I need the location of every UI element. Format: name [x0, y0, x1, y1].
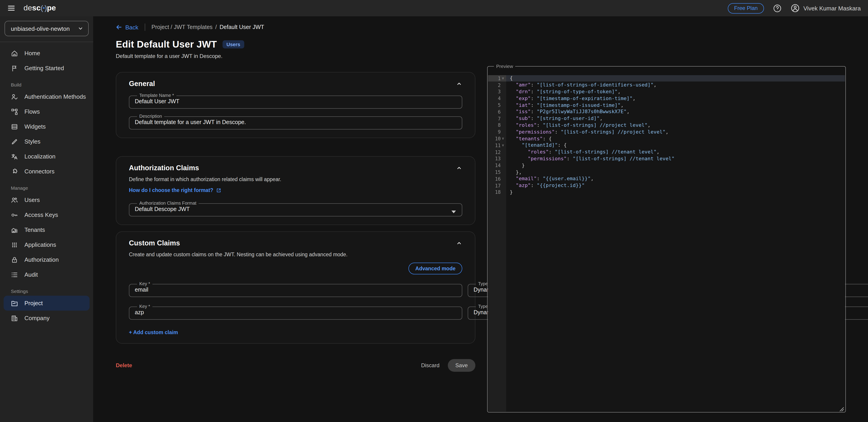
code-line: 11∨ "[tenantId]": { — [488, 142, 845, 149]
line-number: 6 — [488, 109, 501, 115]
chevron-up-icon[interactable] — [456, 165, 462, 171]
divider — [145, 24, 145, 31]
folder-icon — [11, 300, 18, 307]
help-icon[interactable] — [773, 4, 782, 12]
sidebar-item-access-keys[interactable]: Access Keys — [4, 207, 90, 222]
claims-format-label: Authorization Claims Format — [137, 201, 198, 205]
menu-icon[interactable] — [7, 4, 16, 12]
sidebar-item-users[interactable]: Users — [4, 192, 90, 207]
sidebar-item-label: Tenants — [24, 226, 45, 233]
chevron-down-icon — [78, 25, 84, 32]
lock-icon — [11, 256, 18, 263]
description-field[interactable]: Description Default template for a user … — [129, 114, 462, 130]
code-line: 9 "permissions": "[list-of-strings] //pr… — [488, 129, 845, 135]
descope-o-icon: (*) — [41, 4, 47, 12]
logo-text: de — [24, 4, 32, 13]
topbar-right: Free Plan Vivek Kumar Maskara — [728, 3, 861, 13]
sidebar-item-label: Connectors — [24, 168, 55, 175]
back-button[interactable]: Back — [116, 24, 138, 31]
chevron-up-icon[interactable] — [456, 240, 462, 246]
line-number: 16 — [488, 176, 501, 181]
code-line: 16 "email": "{{user.email}}", — [488, 175, 845, 182]
fold-chevron-icon[interactable]: ∨ — [501, 144, 505, 147]
line-number: 10 — [488, 136, 501, 141]
sidebar-item-localization[interactable]: Localization — [4, 149, 90, 164]
code-line: 12 "roles": "[list-of-strings] //tenant … — [488, 149, 845, 156]
sidebar-item-connectors[interactable]: Connectors — [4, 164, 90, 179]
project-selector-value: unbiased-olive-newton — [11, 25, 70, 32]
sidebar-item-audit[interactable]: Audit — [4, 267, 90, 282]
line-number: 9 — [488, 129, 501, 135]
sidebar-item-label: Access Keys — [24, 212, 58, 218]
sidebar-section-manage: Manage — [0, 185, 93, 191]
sidebar-item-widgets[interactable]: Widgets — [4, 119, 90, 134]
custom-claim-row: Key *azpTypeDynamicValueproject.id — [129, 299, 462, 320]
sidebar-item-authentication-methods[interactable]: Authentication Methods — [4, 89, 90, 104]
line-number: 7 — [488, 116, 501, 121]
breadcrumb-row: Back Project / JWT Templates / Default U… — [116, 24, 868, 31]
sidebar-item-label: Home — [24, 50, 40, 57]
resize-handle-icon[interactable] — [839, 405, 844, 411]
sidebar-item-applications[interactable]: Applications — [4, 237, 90, 252]
sidebar-item-company[interactable]: Company — [4, 311, 90, 326]
sidebar-section-settings: Settings — [0, 288, 93, 294]
arrow-left-icon — [116, 24, 122, 30]
code-line: 2 "amr": "[list-of-strings-of-identifier… — [488, 82, 845, 88]
fold-chevron-icon[interactable]: ∨ — [501, 77, 505, 80]
breadcrumb-separator: / — [215, 24, 217, 30]
sidebar-item-authorization[interactable]: Authorization — [4, 252, 90, 267]
person-check-icon — [11, 93, 18, 100]
sidebar-item-label: Widgets — [24, 123, 46, 130]
sidebar-item-tenants[interactable]: Tenants — [4, 222, 90, 237]
sidebar-item-home[interactable]: Home — [4, 46, 90, 61]
tenants-icon — [11, 226, 18, 233]
fold-chevron-icon[interactable]: ∨ — [501, 137, 505, 140]
users-icon — [11, 196, 18, 203]
card-title-custom-claims: Custom Claims — [129, 239, 456, 247]
claim-key-input[interactable]: Key *azp — [129, 304, 462, 320]
line-number: 17 — [488, 183, 501, 188]
chevron-up-icon[interactable] — [456, 81, 462, 87]
code-line: 6 "iss": "P2gr5IlwyWaTiJJ87s0hBwwskX7E", — [488, 108, 845, 115]
descope-logo[interactable]: desc(*)pe — [24, 4, 56, 13]
line-number: 15 — [488, 169, 501, 175]
flag-icon — [11, 64, 18, 72]
breadcrumb-path[interactable]: Project / JWT Templates — [152, 24, 213, 30]
project-selector[interactable]: unbiased-olive-newton — [4, 21, 89, 36]
delete-button[interactable]: Delete — [116, 362, 132, 369]
save-button[interactable]: Save — [447, 359, 475, 372]
user-menu[interactable]: Vivek Kumar Maskara — [790, 4, 861, 13]
general-card: General Template Name * Default User JWT… — [116, 72, 475, 138]
sidebar-item-label: Applications — [24, 241, 56, 248]
advanced-mode-button[interactable]: Advanced mode — [408, 263, 462, 274]
sidebar-item-label: Flows — [24, 108, 40, 115]
users-badge: Users — [222, 40, 244, 49]
description-value: Default template for a user JWT in Desco… — [135, 119, 456, 125]
code-line: 8 "roles": "[list-of-strings] //project … — [488, 122, 845, 129]
template-name-field[interactable]: Template Name * Default User JWT — [129, 93, 462, 109]
discard-button[interactable]: Discard — [421, 362, 439, 369]
code-line: 18} — [488, 189, 845, 196]
preview-panel: Preview 1∨{2 "amr": "[list-of-strings-of… — [487, 64, 846, 413]
sidebar-item-project[interactable]: Project — [4, 296, 90, 311]
custom-claims-list: Key *emailTypeDynamicValueuser.emailKey … — [129, 276, 462, 320]
format-help-link[interactable]: How do I choose the right format? — [129, 188, 221, 193]
add-custom-claim-button[interactable]: + Add custom claim — [129, 330, 462, 335]
grid-icon — [11, 241, 18, 248]
description-label: Description — [137, 114, 164, 119]
card-title-general: General — [129, 80, 456, 88]
key-icon — [11, 211, 18, 219]
claims-format-select[interactable]: Authorization Claims Format Default Desc… — [129, 201, 462, 217]
sidebar-item-styles[interactable]: Styles — [4, 134, 90, 149]
sidebar-item-label: Authentication Methods — [24, 93, 86, 100]
free-plan-button[interactable]: Free Plan — [728, 3, 764, 13]
sidebar-item-getting-started[interactable]: Getting Started — [4, 61, 90, 76]
code-line: 15 }, — [488, 169, 845, 175]
audit-icon — [11, 271, 18, 278]
custom-claim-row: Key *emailTypeDynamicValueuser.email — [129, 276, 462, 297]
sidebar-section-build: Build — [0, 82, 93, 87]
code-editor[interactable]: 1∨{2 "amr": "[list-of-strings-of-identif… — [488, 75, 845, 412]
sidebar-item-flows[interactable]: Flows — [4, 104, 90, 119]
sidebar-item-label: Authorization — [24, 256, 59, 263]
claim-key-input[interactable]: Key *email — [129, 282, 462, 297]
